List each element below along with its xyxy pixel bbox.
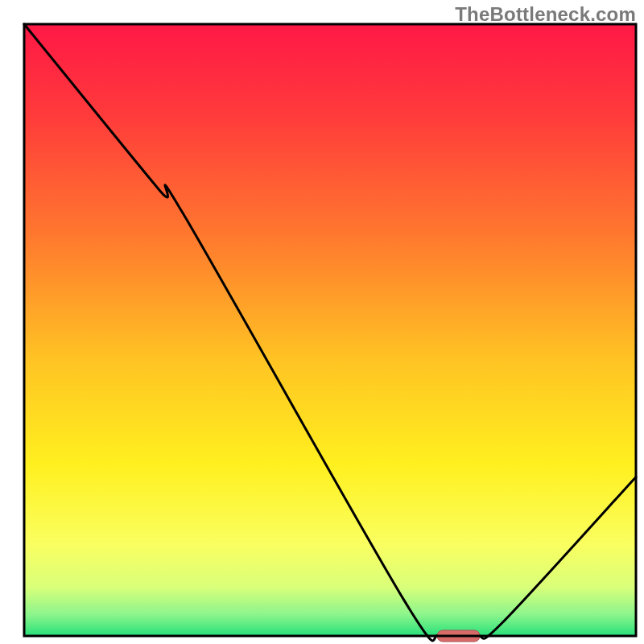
watermark-label: TheBottleneck.com (455, 3, 636, 26)
bottleneck-chart (0, 0, 644, 644)
chart-background (24, 24, 636, 636)
